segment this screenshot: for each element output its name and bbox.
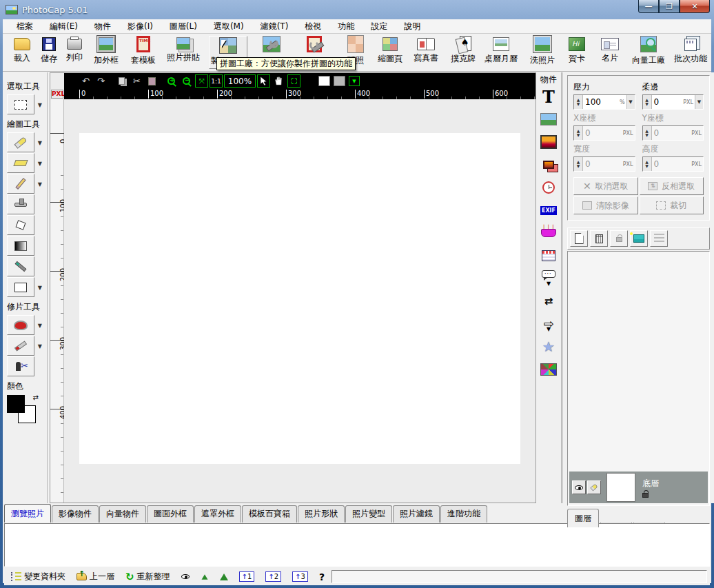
image-object-icon[interactable] <box>540 111 558 128</box>
chevron-down-icon[interactable]: ▼ <box>38 343 42 349</box>
cake-icon[interactable] <box>540 225 558 241</box>
layer-list[interactable]: 底層 <box>567 251 710 506</box>
eraser-tool-button[interactable]: ▼ <box>7 153 34 173</box>
tab-mask-frames[interactable]: 遮罩外框 <box>194 505 241 523</box>
paste-icon[interactable] <box>145 74 159 88</box>
help-button[interactable]: ? <box>315 570 329 584</box>
framed-photo-icon[interactable] <box>540 134 558 150</box>
menu-help[interactable]: 說明 <box>396 19 429 34</box>
tab-vector-objects[interactable]: 向量物件 <box>99 505 146 523</box>
stamp-tool-button[interactable] <box>7 194 34 214</box>
text-object-icon[interactable]: T <box>540 88 558 105</box>
canvas-page[interactable] <box>79 133 520 464</box>
layer-image-button[interactable] <box>630 230 648 247</box>
photo-book-button[interactable]: 寫真書 <box>405 36 447 69</box>
tab-photo-shapes[interactable]: 照片形狀 <box>298 505 345 523</box>
palette-grid-icon[interactable] <box>540 361 558 378</box>
menu-function[interactable]: 功能 <box>329 19 363 34</box>
arrow-shape-icon[interactable]: ⇨▼ <box>540 316 558 332</box>
fill-tool-button[interactable] <box>7 215 34 235</box>
up-level-button[interactable]: 上一層 <box>72 569 119 584</box>
add-frame-button[interactable]: 加外框 <box>85 36 127 69</box>
undo-icon[interactable]: ↶ <box>79 74 92 88</box>
tab-image-frames[interactable]: 圖面外框 <box>147 505 194 523</box>
cut-icon[interactable]: ✂ <box>130 74 143 88</box>
calendar-button[interactable]: 桌曆月曆 <box>480 36 522 69</box>
menu-edit[interactable]: 編輯(E) <box>41 19 86 34</box>
new-layer-button[interactable] <box>570 230 588 247</box>
visibility-toggle[interactable] <box>572 480 586 494</box>
brush-tool-button[interactable]: ▼ <box>7 132 34 152</box>
select-mode-icon[interactable] <box>287 74 300 88</box>
menu-image[interactable]: 影像(I) <box>119 19 161 34</box>
large-thumbnail-button[interactable] <box>216 572 232 582</box>
vector-factory-button[interactable]: 向量工廠 <box>628 36 669 69</box>
chevron-down-icon[interactable]: ▼ <box>38 161 42 167</box>
minimize-button[interactable]: — <box>638 0 659 13</box>
primary-swatch[interactable] <box>318 76 330 86</box>
tab-advanced[interactable]: 進階功能 <box>440 505 487 523</box>
zoom-level[interactable]: 100% <box>224 74 256 88</box>
batch-button[interactable]: 批次功能 <box>670 36 711 69</box>
menu-view[interactable]: 檢視 <box>296 19 329 34</box>
secondary-swatch[interactable] <box>334 76 345 86</box>
preview-toggle-button[interactable] <box>177 573 194 580</box>
pointer-tool-icon[interactable] <box>257 74 270 88</box>
layer-properties-button[interactable] <box>650 230 668 247</box>
deselect-button[interactable]: ✕取消選取 <box>573 177 638 195</box>
chevron-down-icon[interactable]: ▼ <box>38 323 42 329</box>
heal-tool-button[interactable]: ▼ <box>7 336 34 356</box>
up-three-button[interactable]: ↑3 <box>288 570 312 583</box>
exif-icon[interactable]: EXIF <box>540 202 558 219</box>
soft-edge-spinner[interactable]: ▲▼ 0 PXL ▼ <box>642 94 704 110</box>
menu-layer[interactable]: 圖層(L) <box>161 19 205 34</box>
copy-icon[interactable] <box>115 74 128 88</box>
menu-select[interactable]: 選取(M) <box>205 19 252 34</box>
actual-size-icon[interactable]: 1:1 <box>210 74 223 88</box>
workspace[interactable] <box>64 99 536 503</box>
apply-template-button[interactable]: 套模板 <box>123 36 164 69</box>
tab-photo-transform[interactable]: 照片變型 <box>345 505 392 523</box>
red-eye-tool-button[interactable]: ▼ <box>7 315 34 335</box>
gradient-tool-button[interactable] <box>7 236 34 256</box>
speech-bubble-icon[interactable]: ···▼ <box>540 270 558 287</box>
redo-icon[interactable]: ↷ <box>94 74 108 88</box>
lock-layer-button[interactable] <box>610 230 628 247</box>
clear-image-button[interactable]: 清除影像 <box>573 196 638 214</box>
up-one-button[interactable]: ↑1 <box>235 570 259 583</box>
name-card-button[interactable]: 名片 <box>589 36 631 69</box>
x-spinner[interactable]: ▲▼ 0 PXL <box>573 125 635 141</box>
line-arrows-icon[interactable]: ⇄ <box>540 293 558 310</box>
fit-view-icon[interactable]: ⤧ <box>195 74 208 88</box>
marquee-tool-button[interactable]: ▼ <box>7 94 34 114</box>
pencil-tool-button[interactable]: ▼ <box>7 174 34 194</box>
star-shape-icon[interactable]: ★ <box>540 338 558 355</box>
layer-row[interactable]: 底層 <box>569 472 708 503</box>
shape-tool-button[interactable]: ▼ <box>7 277 34 297</box>
tab-photo-filters[interactable]: 照片濾鏡 <box>393 505 440 523</box>
zoom-out-icon[interactable]: − <box>180 74 193 88</box>
tab-image-objects[interactable]: 影像物件 <box>52 505 99 523</box>
menu-object[interactable]: 物件 <box>86 19 119 34</box>
menu-filter[interactable]: 濾鏡(T) <box>252 19 297 34</box>
chevron-down-icon[interactable]: ▼ <box>38 181 42 187</box>
cutout-tool-button[interactable] <box>7 356 34 376</box>
chevron-down-icon[interactable]: ▼ <box>38 102 42 108</box>
tab-template-box[interactable]: 模板百寶箱 <box>242 505 297 523</box>
width-spinner[interactable]: ▲▼ 0 PXL <box>573 156 635 172</box>
eyedropper-tool-button[interactable] <box>7 256 34 276</box>
up-two-button[interactable]: ↑2 <box>261 570 285 583</box>
calendar-object-icon[interactable] <box>540 247 558 264</box>
crop-button[interactable]: 裁切 <box>640 196 704 214</box>
refresh-button[interactable]: ↻ 重新整理 <box>121 569 174 585</box>
delete-layer-button[interactable] <box>590 230 608 247</box>
small-thumbnail-button[interactable] <box>196 572 213 582</box>
menu-settings[interactable]: 設定 <box>363 19 396 34</box>
paint-toggle[interactable] <box>587 480 601 494</box>
chevron-down-icon[interactable]: ▼ <box>38 140 42 146</box>
menu-file[interactable]: 檔案 <box>8 19 41 34</box>
swap-colors-icon[interactable]: ⇄ <box>33 394 39 401</box>
thumbnail-page-button[interactable]: 縮圖頁 <box>369 36 411 69</box>
photo-browser[interactable] <box>4 523 710 567</box>
tab-browse-photos[interactable]: 瀏覽照片 <box>4 504 51 523</box>
